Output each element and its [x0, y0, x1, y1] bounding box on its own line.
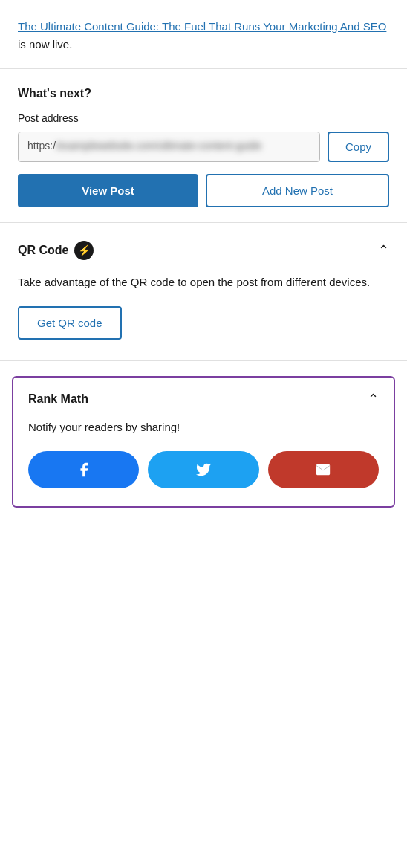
copy-button[interactable]: Copy: [328, 132, 389, 162]
qr-lightning-icon: ⚡: [74, 241, 94, 260]
facebook-icon: [76, 461, 92, 478]
twitter-share-button[interactable]: [148, 451, 258, 488]
qr-header: QR Code ⚡ ⌃: [18, 241, 389, 260]
whats-next-heading: What's next?: [18, 87, 389, 100]
facebook-share-button[interactable]: [28, 451, 139, 488]
email-icon: [315, 461, 331, 478]
rank-math-section: Rank Math ⌃ Notify your readers by shari…: [12, 376, 395, 508]
qr-description: Take advantage of the QR code to open th…: [18, 273, 389, 291]
action-row: View Post Add New Post: [18, 174, 389, 207]
post-address-label: Post address: [18, 112, 389, 124]
whats-next-section: What's next? Post address https://exampl…: [0, 69, 407, 223]
url-prefix: https:/: [27, 140, 56, 152]
qr-title: QR Code: [18, 244, 68, 257]
url-row: https://examplewebsite.com/ultimate-cont…: [18, 132, 389, 162]
qr-code-section: QR Code ⚡ ⌃ Take advantage of the QR cod…: [0, 223, 407, 361]
view-post-button[interactable]: View Post: [18, 174, 198, 207]
rankmath-description: Notify your readers by sharing!: [28, 419, 379, 436]
rankmath-chevron-up-icon[interactable]: ⌃: [368, 392, 379, 406]
url-input-display[interactable]: https://examplewebsite.com/ultimate-cont…: [18, 132, 320, 162]
post-live-message: The Ultimate Content Guide: The Fuel Tha…: [18, 18, 389, 54]
post-live-suffix: is now live.: [18, 38, 72, 51]
url-blurred: /examplewebsite.com/ultimate-content-gui…: [56, 140, 261, 152]
post-live-section: The Ultimate Content Guide: The Fuel Tha…: [0, 0, 407, 69]
qr-chevron-up-icon[interactable]: ⌃: [378, 244, 389, 257]
get-qr-button[interactable]: Get QR code: [18, 306, 122, 340]
social-buttons-row: [28, 451, 379, 488]
add-new-post-button[interactable]: Add New Post: [206, 174, 389, 207]
twitter-icon: [195, 461, 212, 478]
qr-title-group: QR Code ⚡: [18, 241, 94, 260]
post-title-link[interactable]: The Ultimate Content Guide: The Fuel Tha…: [18, 20, 386, 33]
email-share-button[interactable]: [268, 451, 379, 488]
rankmath-header: Rank Math ⌃: [28, 392, 379, 406]
rankmath-title: Rank Math: [28, 392, 88, 406]
